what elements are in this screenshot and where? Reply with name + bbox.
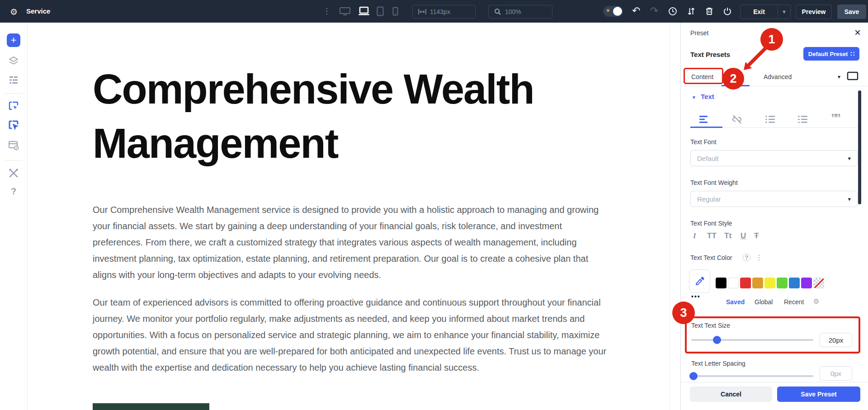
breakpoint-phone-icon[interactable] bbox=[392, 7, 398, 16]
zoom-level-value: 100% bbox=[505, 8, 521, 15]
link-slash-glyph bbox=[731, 114, 742, 124]
annotation-step-3: 3 bbox=[672, 302, 695, 324]
save-preset-label: Save Preset bbox=[801, 391, 836, 398]
color-swatch[interactable] bbox=[777, 278, 788, 288]
layers-icon[interactable] bbox=[8, 55, 19, 67]
color-label: Text Text Color bbox=[690, 254, 732, 261]
exit-label: Exit bbox=[741, 8, 778, 15]
tab-advanced[interactable]: Advanced bbox=[764, 73, 792, 80]
zoom-level-input[interactable]: 100% bbox=[488, 5, 552, 19]
save-preset-button[interactable]: Save Preset bbox=[777, 386, 860, 402]
trash-glyph bbox=[705, 7, 714, 16]
weight-select[interactable]: Regular ▾ bbox=[690, 191, 858, 207]
text-align-tab-icon[interactable] bbox=[699, 114, 710, 124]
redo-icon[interactable]: ↷ bbox=[650, 5, 658, 17]
weight-value: Regular bbox=[697, 195, 721, 203]
select-element-icon[interactable] bbox=[8, 100, 19, 112]
select-glyph bbox=[8, 100, 19, 112]
spacing-slider-knob[interactable] bbox=[689, 372, 698, 380]
uppercase-icon[interactable]: TT bbox=[707, 231, 717, 240]
exit-chevron-icon[interactable]: ▾ bbox=[778, 9, 790, 15]
color-options-icon[interactable]: ⋮ bbox=[755, 253, 763, 262]
default-preset-label: Default Preset bbox=[808, 51, 848, 57]
more-options-icon[interactable]: ⋮ bbox=[323, 6, 330, 16]
select-element-alt-icon[interactable] bbox=[8, 119, 19, 131]
annotation-box-2 bbox=[684, 68, 723, 84]
color-swatch[interactable] bbox=[813, 278, 824, 288]
editor-canvas[interactable]: Comprehensive Wealth Management Our Comp… bbox=[28, 23, 670, 410]
save-label: Save bbox=[844, 8, 859, 15]
color-swatch[interactable] bbox=[728, 278, 739, 288]
tools-icon[interactable] bbox=[8, 167, 19, 179]
save-button[interactable]: Save bbox=[837, 5, 866, 19]
link-slash-tab-icon[interactable] bbox=[731, 114, 742, 124]
eyedropper-button[interactable] bbox=[689, 269, 710, 293]
sort-arrows-icon[interactable] bbox=[687, 7, 696, 16]
section-caret-icon[interactable]: ▼ bbox=[692, 95, 696, 100]
power-icon[interactable] bbox=[723, 7, 732, 16]
page-settings-icon[interactable] bbox=[8, 139, 19, 151]
power-glyph bbox=[723, 7, 732, 16]
color-settings-gear-icon[interactable]: ⚙ bbox=[813, 297, 819, 306]
spacing-slider[interactable] bbox=[691, 375, 813, 377]
canvas-width-input[interactable]: 1143px bbox=[412, 5, 476, 19]
select-chevron-icon: ▾ bbox=[848, 196, 851, 203]
panel-scrollbar[interactable] bbox=[858, 90, 861, 204]
layers-glyph bbox=[8, 56, 19, 66]
body-paragraph-2[interactable]: Our team of experienced advisors is comm… bbox=[93, 294, 608, 376]
color-help-icon[interactable]: ? bbox=[743, 254, 750, 261]
cta-button-partial[interactable] bbox=[93, 403, 209, 410]
browser-gear-glyph bbox=[8, 139, 19, 151]
close-icon[interactable]: × bbox=[854, 26, 861, 39]
strikethrough-icon[interactable]: T bbox=[754, 231, 759, 240]
undo-icon[interactable]: ↶ bbox=[632, 5, 640, 17]
section-title-text[interactable]: Text bbox=[701, 93, 714, 100]
more-colors-icon[interactable]: ••• bbox=[691, 293, 701, 300]
color-swatch[interactable] bbox=[752, 278, 763, 288]
style-label: Text Font Style bbox=[690, 220, 732, 227]
list-ul-glyph bbox=[765, 114, 776, 124]
trash-icon[interactable] bbox=[705, 7, 714, 16]
font-select[interactable]: Default ▾ bbox=[690, 150, 858, 166]
breakpoint-tablet-icon[interactable] bbox=[377, 6, 384, 16]
preview-button[interactable]: Preview bbox=[796, 5, 832, 19]
left-sidebar: + ? bbox=[0, 23, 28, 410]
icon-tab-underline bbox=[690, 127, 722, 128]
page-heading[interactable]: Comprehensive Wealth Management bbox=[93, 62, 590, 170]
spacing-input[interactable]: 0px bbox=[820, 366, 852, 381]
body-paragraph-1[interactable]: Our Comprehensive Wealth Management serv… bbox=[93, 202, 608, 283]
exit-button[interactable]: Exit ▾ bbox=[740, 5, 791, 19]
monitor-glyph bbox=[339, 6, 351, 16]
settings-gear-icon[interactable]: ⚙ bbox=[10, 7, 18, 17]
add-element-button[interactable]: + bbox=[7, 33, 20, 47]
color-swatch[interactable] bbox=[789, 278, 800, 288]
underline-icon[interactable]: U bbox=[741, 231, 746, 240]
cancel-label: Cancel bbox=[721, 391, 741, 398]
list-ol-tab-icon[interactable] bbox=[797, 114, 808, 124]
italic-icon[interactable]: I bbox=[693, 231, 696, 240]
spacing-value: 0px bbox=[830, 370, 841, 377]
list-ul-tab-icon[interactable] bbox=[765, 114, 776, 124]
theme-toggle[interactable]: ☀ bbox=[603, 6, 623, 17]
history-clock-icon[interactable] bbox=[668, 7, 677, 16]
color-swatch[interactable] bbox=[764, 278, 775, 288]
capitalize-icon[interactable]: Tt bbox=[724, 231, 731, 240]
color-tab-recent[interactable]: Recent bbox=[784, 298, 804, 306]
help-icon[interactable]: ? bbox=[8, 185, 19, 197]
breakpoint-chevron-icon[interactable]: ▾ bbox=[838, 74, 840, 80]
color-tab-global[interactable]: Global bbox=[755, 298, 773, 306]
structure-icon[interactable] bbox=[8, 74, 19, 86]
quote-tab-icon[interactable]: ”” bbox=[831, 111, 839, 125]
breakpoint-laptop-icon[interactable] bbox=[358, 6, 370, 17]
breakpoint-select-icon[interactable] bbox=[847, 71, 859, 82]
color-swatch[interactable] bbox=[740, 278, 751, 288]
annotation-box-3 bbox=[685, 316, 860, 353]
phone-glyph bbox=[392, 7, 398, 16]
breakpoint-desktop-icon[interactable] bbox=[339, 6, 351, 16]
default-preset-button[interactable]: Default Preset ∷ bbox=[803, 47, 859, 61]
color-swatch[interactable] bbox=[716, 278, 726, 288]
color-swatches bbox=[716, 278, 826, 290]
color-swatch[interactable] bbox=[801, 278, 812, 288]
color-tab-saved[interactable]: Saved bbox=[726, 298, 745, 306]
cancel-button[interactable]: Cancel bbox=[690, 386, 772, 402]
